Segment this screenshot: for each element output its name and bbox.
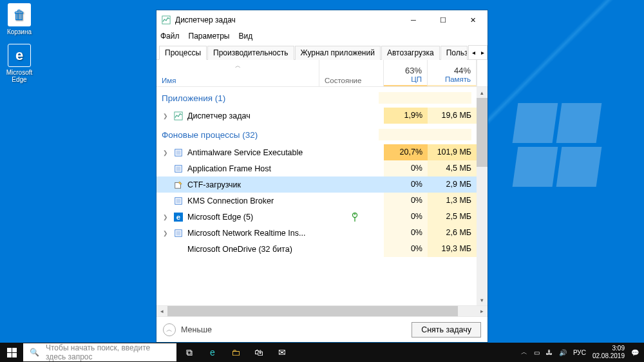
- process-list: Приложения (1) ❯ Диспетчер задач 1,9% 19…: [156, 87, 488, 305]
- windows-logo-watermark: [515, 103, 599, 187]
- header-state[interactable]: Состояние: [319, 60, 384, 86]
- table-row[interactable]: ❯ Antimalware Service Executable 20,7% 1…: [156, 144, 488, 160]
- svg-text:e: e: [176, 213, 180, 221]
- process-name: CTF-загрузчик: [187, 180, 326, 189]
- file-explorer-icon[interactable]: 🗀: [224, 343, 247, 362]
- start-button[interactable]: [0, 343, 23, 362]
- expand-icon[interactable]: ❯: [160, 113, 171, 119]
- taskbar: 🔍 Чтобы начать поиск, введите здесь запр…: [0, 343, 644, 362]
- header-cpu[interactable]: 63% ЦП: [384, 60, 428, 86]
- tab-processes[interactable]: Процессы: [159, 46, 207, 60]
- mem-cell: 19,3 МБ: [428, 241, 477, 257]
- tab-scroll-left[interactable]: ◂: [469, 49, 478, 56]
- menu-file[interactable]: Файл: [160, 32, 180, 41]
- mem-cell: 2,5 МБ: [428, 209, 477, 225]
- sort-indicator-icon: ︿: [162, 62, 314, 70]
- tray-chevron-icon[interactable]: ︿: [521, 348, 527, 357]
- tab-performance[interactable]: Производительность: [207, 46, 294, 60]
- task-view-button[interactable]: ⧉: [178, 343, 201, 362]
- app-icon: [173, 180, 184, 190]
- task-manager-window: Диспетчер задач ─ ☐ ✕ Файл Параметры Вид…: [156, 10, 488, 343]
- table-row[interactable]: ❯ e Microsoft Edge (5) 0% 2,5 МБ: [156, 209, 488, 225]
- cpu-cell: 20,7%: [384, 144, 428, 160]
- table-row[interactable]: ❯ Microsoft OneDrive (32 бита) 0% 19,3 М…: [156, 241, 488, 257]
- tab-app-history[interactable]: Журнал приложений: [295, 46, 381, 60]
- table-row[interactable]: ❯ Microsoft Network Realtime Ins... 0% 2…: [156, 225, 488, 241]
- edge-icon: e: [173, 212, 184, 222]
- edge-desktop-icon[interactable]: e Microsoft Edge: [0, 44, 39, 83]
- header-scrollbar-space: [477, 60, 488, 86]
- menu-view[interactable]: Вид: [238, 32, 252, 41]
- group-background: Фоновые процессы (32): [156, 124, 488, 144]
- expand-icon[interactable]: ❯: [160, 230, 171, 236]
- cpu-cell: 0%: [384, 193, 428, 209]
- process-name: Microsoft Network Realtime Ins...: [187, 229, 326, 238]
- column-headers: ︿ Имя Состояние 63% ЦП 44% Память: [156, 60, 488, 87]
- process-name: Диспетчер задач: [187, 111, 326, 120]
- header-memory[interactable]: 44% Память: [428, 60, 477, 86]
- tab-scroll: ◂ ▸: [468, 45, 488, 59]
- clock[interactable]: 3:09 02.08.2019: [592, 345, 625, 360]
- battery-icon[interactable]: ▭: [534, 349, 540, 356]
- app-icon: [173, 228, 184, 238]
- recycle-bin-icon[interactable]: 🗑 Корзина: [0, 3, 39, 35]
- header-name[interactable]: ︿ Имя: [156, 60, 319, 86]
- system-tray: ︿ ▭ 🖧 🔊 РУС 3:09 02.08.2019 💬: [521, 345, 644, 360]
- mail-icon[interactable]: ✉: [270, 343, 294, 362]
- table-row[interactable]: ❯ Application Frame Host 0% 4,5 МБ: [156, 160, 488, 176]
- menu-options[interactable]: Параметры: [189, 32, 230, 41]
- edge-taskbar-icon[interactable]: e: [201, 343, 224, 362]
- tab-scroll-right[interactable]: ▸: [478, 49, 487, 56]
- cpu-cell: 0%: [384, 209, 428, 225]
- menubar: Файл Параметры Вид: [156, 30, 488, 43]
- titlebar[interactable]: Диспетчер задач ─ ☐ ✕: [156, 10, 488, 30]
- horizontal-scrollbar[interactable]: ◂ ▸: [156, 305, 488, 316]
- notifications-icon[interactable]: 💬: [631, 349, 639, 356]
- fewer-details-button[interactable]: ︿ Меньше: [163, 323, 212, 336]
- mem-cell: 2,9 МБ: [428, 176, 477, 193]
- scroll-up-icon[interactable]: ▴: [477, 87, 488, 98]
- expand-icon[interactable]: ❯: [160, 149, 171, 156]
- language-indicator[interactable]: РУС: [573, 349, 586, 356]
- mem-cell: 4,5 МБ: [428, 160, 477, 176]
- svg-rect-3: [176, 150, 181, 155]
- volume-icon[interactable]: 🔊: [559, 349, 567, 356]
- cpu-cell: 0%: [384, 225, 428, 241]
- process-name: KMS Connection Broker: [187, 196, 326, 205]
- app-icon: [173, 196, 184, 206]
- tabs: Процессы Производительность Журнал прило…: [156, 45, 488, 60]
- cpu-cell: 0%: [384, 176, 428, 193]
- tab-users[interactable]: Пользователи: [440, 46, 468, 60]
- vertical-scrollbar[interactable]: ▴ ▾: [477, 87, 488, 305]
- app-icon: [173, 164, 184, 174]
- end-task-button[interactable]: Снять задачу: [412, 322, 481, 338]
- search-placeholder: Чтобы начать поиск, введите здесь запрос: [46, 343, 170, 361]
- network-icon[interactable]: 🖧: [546, 349, 553, 356]
- scroll-right-icon[interactable]: ▸: [477, 306, 488, 317]
- search-icon: 🔍: [30, 348, 39, 357]
- close-button[interactable]: ✕: [458, 10, 488, 30]
- scroll-down-icon[interactable]: ▾: [477, 294, 488, 305]
- window-footer: ︿ Меньше Снять задачу: [156, 316, 488, 342]
- table-row[interactable]: ❯ CTF-загрузчик 0% 2,9 МБ: [156, 176, 488, 193]
- mem-cell: 1,3 МБ: [428, 193, 477, 209]
- search-input[interactable]: 🔍 Чтобы начать поиск, введите здесь запр…: [23, 343, 176, 361]
- trash-icon: 🗑: [8, 3, 31, 26]
- expand-icon[interactable]: ❯: [160, 214, 171, 220]
- group-apps: Приложения (1): [156, 87, 488, 108]
- mem-cell: 101,9 МБ: [428, 144, 477, 160]
- task-manager-icon: [173, 111, 184, 121]
- edge-icon: e: [8, 44, 31, 67]
- app-icon: [173, 148, 184, 158]
- store-icon[interactable]: 🛍: [247, 343, 270, 362]
- svg-rect-15: [176, 231, 181, 235]
- maximize-button[interactable]: ☐: [428, 10, 458, 30]
- minimize-button[interactable]: ─: [399, 10, 428, 30]
- tab-startup[interactable]: Автозагрузка: [381, 46, 440, 60]
- recycle-bin-label: Корзина: [0, 28, 39, 35]
- chevron-up-icon: ︿: [163, 323, 176, 336]
- table-row[interactable]: ❯ Диспетчер задач 1,9% 19,6 МБ: [156, 108, 488, 124]
- table-row[interactable]: ❯ KMS Connection Broker 0% 1,3 МБ: [156, 193, 488, 209]
- scroll-left-icon[interactable]: ◂: [156, 306, 167, 317]
- mem-cell: 2,6 МБ: [428, 225, 477, 241]
